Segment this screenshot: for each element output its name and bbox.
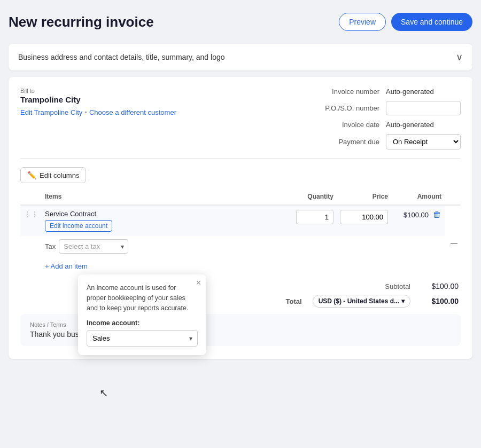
action-col-header bbox=[445, 190, 461, 205]
invoice-date-label: Invoice date bbox=[321, 121, 379, 129]
income-account-popover: × An income account is used for proper b… bbox=[78, 274, 206, 355]
total-label: Total bbox=[265, 297, 302, 305]
add-item-cell: + Add an item bbox=[42, 257, 461, 276]
payment-due-select[interactable]: On Receipt Net 15 Net 30 bbox=[386, 134, 461, 150]
price-col-header: Price bbox=[337, 190, 391, 205]
items-table: Items Quantity Price Amount ⋮⋮ Service C… bbox=[20, 190, 461, 276]
tax-select-container: Tax Select a tax Select 0 tax bbox=[45, 239, 333, 254]
invoice-date-value: Auto-generated bbox=[386, 121, 461, 129]
total-row: Total USD ($) - United States d... ▾ $10… bbox=[265, 295, 459, 308]
bill-section: Bill to Trampoline City Edit Trampoline … bbox=[20, 88, 461, 150]
payment-due-label: Payment due bbox=[321, 138, 379, 146]
link-separator: • bbox=[84, 108, 87, 116]
amount-cell: $100.00 🗑 bbox=[391, 205, 445, 236]
page-header: New recurring invoice Preview Save and c… bbox=[9, 9, 472, 35]
page-title: New recurring invoice bbox=[9, 14, 154, 30]
header-actions: Preview Save and continue bbox=[339, 13, 472, 31]
quantity-input[interactable] bbox=[296, 210, 333, 224]
choose-customer-link[interactable]: Choose a different customer bbox=[89, 108, 176, 116]
drag-col-header bbox=[20, 190, 42, 205]
edit-income-account-button[interactable]: Edit income account bbox=[45, 220, 112, 232]
edit-columns-label: Edit columns bbox=[40, 171, 79, 179]
edit-columns-button[interactable]: ✏️ Edit columns bbox=[20, 167, 86, 183]
accordion-label: Business address and contact details, ti… bbox=[18, 53, 225, 61]
subtotal-row: Subtotal $100.00 bbox=[373, 282, 459, 290]
invoice-date-row: Invoice date Auto-generated bbox=[290, 121, 461, 129]
amount-value: $100.00 bbox=[404, 211, 429, 219]
chevron-down-icon: ∨ bbox=[456, 51, 463, 63]
currency-select[interactable]: USD ($) - United States d... ▾ bbox=[313, 295, 410, 308]
drag-handle-icon[interactable]: ⋮⋮ bbox=[24, 210, 38, 218]
drag-handle-cell: ⋮⋮ bbox=[20, 205, 42, 236]
popover-select-wrapper: Sales Other Income bbox=[87, 330, 198, 347]
add-item-link[interactable]: + Add an item bbox=[45, 262, 88, 270]
table-row: ⋮⋮ Service Contract Edit income account … bbox=[20, 205, 461, 236]
edit-customer-link[interactable]: Edit Trampoline City bbox=[20, 108, 82, 116]
customer-name: Trampoline City bbox=[20, 95, 290, 104]
price-input[interactable] bbox=[340, 210, 388, 224]
popover-income-label: Income account: bbox=[87, 319, 198, 327]
tax-row: Tax Select a tax Select 0 tax — bbox=[20, 236, 461, 257]
invoice-details: Invoice number Auto-generated P.O./S.O. … bbox=[290, 88, 461, 150]
income-account-select[interactable]: Sales Other Income bbox=[87, 330, 198, 347]
subtotal-label: Subtotal bbox=[373, 282, 410, 290]
items-col-header: Items bbox=[42, 190, 293, 205]
quantity-cell bbox=[293, 205, 337, 236]
invoice-number-value: Auto-generated bbox=[386, 88, 461, 96]
preview-button[interactable]: Preview bbox=[339, 13, 386, 31]
business-details-accordion[interactable]: Business address and contact details, ti… bbox=[9, 44, 472, 70]
main-card: Bill to Trampoline City Edit Trampoline … bbox=[9, 77, 472, 359]
currency-label: USD ($) - United States d... bbox=[319, 297, 399, 305]
add-item-row: + Add an item bbox=[20, 257, 461, 276]
tax-select-wrapper: Select a tax Select 0 tax bbox=[59, 239, 128, 254]
cursor-arrow: ↖ bbox=[99, 387, 108, 399]
price-cell bbox=[337, 205, 391, 236]
tax-dash-cell: — bbox=[391, 236, 461, 257]
invoice-number-row: Invoice number Auto-generated bbox=[290, 88, 461, 96]
bill-to-label: Bill to bbox=[20, 88, 290, 94]
subtotal-value: $100.00 bbox=[421, 282, 459, 290]
bill-to-links: Edit Trampoline City • Choose a differen… bbox=[20, 108, 290, 116]
po-number-input[interactable] bbox=[386, 101, 461, 115]
item-name-cell: Service Contract Edit income account bbox=[42, 205, 293, 236]
payment-due-row: Payment due On Receipt Net 15 Net 30 bbox=[290, 134, 461, 150]
tax-label: Tax bbox=[45, 242, 56, 250]
divider bbox=[20, 158, 461, 159]
currency-chevron-icon: ▾ bbox=[401, 297, 405, 305]
bill-to-section: Bill to Trampoline City Edit Trampoline … bbox=[20, 88, 290, 150]
po-number-label: P.O./S.O. number bbox=[321, 104, 379, 112]
invoice-number-label: Invoice number bbox=[321, 88, 379, 96]
popover-close-button[interactable]: × bbox=[196, 279, 201, 287]
total-value: $100.00 bbox=[421, 297, 459, 305]
pencil-icon: ✏️ bbox=[27, 171, 36, 179]
add-item-drag-cell bbox=[20, 257, 42, 276]
popover-description: An income account is used for proper boo… bbox=[87, 283, 198, 313]
tax-select-cell: Tax Select a tax Select 0 tax bbox=[42, 236, 337, 257]
tax-drag-cell bbox=[20, 236, 42, 257]
table-header-row: Items Quantity Price Amount bbox=[20, 190, 461, 205]
delete-item-icon[interactable]: 🗑 bbox=[433, 210, 441, 219]
item-name: Service Contract bbox=[45, 210, 290, 218]
tax-select[interactable]: Select a tax Select 0 tax bbox=[59, 239, 128, 254]
save-continue-button[interactable]: Save and continue bbox=[391, 13, 472, 31]
quantity-col-header: Quantity bbox=[293, 190, 337, 205]
accordion-bar[interactable]: Business address and contact details, ti… bbox=[9, 44, 472, 70]
amount-col-header: Amount bbox=[391, 190, 445, 205]
tax-empty-cell bbox=[337, 236, 391, 257]
po-number-row: P.O./S.O. number bbox=[290, 101, 461, 115]
